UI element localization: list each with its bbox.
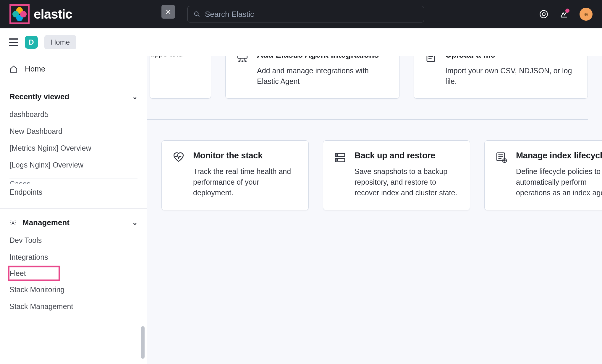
- svg-point-16: [337, 155, 338, 156]
- svg-point-3: [542, 13, 545, 16]
- sidebar-item-stack-management[interactable]: Stack Management: [9, 298, 137, 315]
- heartbeat-icon: [172, 151, 185, 164]
- sidebar-section-management: Management ⌄ Dev Tools Integrations Flee…: [0, 208, 147, 317]
- sidebar-home-label: Home: [25, 64, 45, 74]
- sidebar-item-home[interactable]: Home: [0, 56, 147, 82]
- scrollbar-thumb[interactable]: [141, 326, 145, 359]
- logo-highlight: [9, 4, 30, 24]
- svg-point-8: [242, 61, 243, 62]
- nav-drawer: Home Recently viewed ⌄ dashboard5 New Da…: [0, 56, 147, 364]
- card-backup-restore[interactable]: Back up and restore Save snapshots to a …: [323, 140, 470, 210]
- svg-rect-10: [427, 56, 435, 61]
- management-label: Management: [22, 218, 69, 227]
- chevron-down-icon: ⌄: [132, 219, 137, 227]
- management-header[interactable]: Management ⌄: [9, 215, 137, 232]
- sidebar-item-cases[interactable]: Cases: [9, 176, 137, 184]
- file-icon: [425, 56, 437, 63]
- card-desc: Save snapshots to a backup repository, a…: [355, 166, 459, 198]
- home-icon: [9, 65, 18, 73]
- card-index-lifecycle[interactable]: Manage index lifecycles Define lifecycle…: [484, 140, 602, 210]
- card-row-management: Monitor the stack Track the real-time he…: [161, 140, 588, 210]
- svg-point-26: [12, 222, 14, 224]
- sidebar-item-dev-tools[interactable]: Dev Tools: [9, 232, 137, 249]
- search-wrap: Search Elastic: [72, 6, 539, 22]
- partial-text: apps and: [150, 56, 183, 58]
- card-desc: Import your own CSV, NDJSON, or log file…: [445, 65, 577, 87]
- svg-point-23: [504, 160, 505, 161]
- sidebar-section-recent: Recently viewed ⌄ dashboard5 New Dashboa…: [0, 82, 147, 203]
- recently-viewed-header[interactable]: Recently viewed ⌄: [9, 89, 137, 106]
- card-desc: Define lifecycle policies to automatical…: [516, 166, 602, 198]
- svg-point-7: [239, 61, 240, 62]
- gear-icon: [9, 219, 17, 226]
- card-title: Add Elastic Agent integrations: [257, 56, 389, 61]
- recently-viewed-label: Recently viewed: [9, 92, 69, 101]
- space-badge[interactable]: D: [25, 36, 38, 49]
- recent-item[interactable]: dashboard5: [9, 106, 137, 123]
- recent-item[interactable]: [Logs Nginx] Overview: [9, 157, 137, 173]
- svg-rect-4: [238, 56, 247, 58]
- svg-point-2: [540, 11, 548, 18]
- svg-point-0: [195, 12, 198, 16]
- agent-icon: [236, 56, 249, 63]
- breadcrumb-home[interactable]: Home: [44, 35, 76, 49]
- sidebar-item-endpoints[interactable]: Endpoints: [9, 184, 137, 201]
- card-title: Monitor the stack: [193, 150, 298, 161]
- index-gear-icon: [495, 151, 508, 164]
- top-header: elastic Search Elastic e: [0, 0, 602, 28]
- card-title: Upload a file: [445, 56, 577, 61]
- sidebar-item-integrations[interactable]: Integrations: [9, 249, 137, 266]
- card-title: Manage index lifecycles: [516, 150, 602, 161]
- user-avatar[interactable]: e: [580, 8, 593, 21]
- notification-dot: [565, 9, 569, 13]
- newsfeed-icon[interactable]: [559, 10, 568, 19]
- brand-text: elastic: [34, 7, 72, 22]
- header-actions: e: [539, 8, 593, 21]
- card-desc: Add and manage integrations with Elastic…: [257, 65, 389, 87]
- nav-toggle-button[interactable]: [9, 38, 18, 46]
- recent-item[interactable]: [Metrics Nginx] Overview: [9, 140, 137, 157]
- card-title: Back up and restore: [355, 150, 459, 161]
- storage-icon: [334, 151, 346, 164]
- elastic-logo-icon[interactable]: [12, 7, 27, 21]
- svg-point-17: [337, 160, 338, 161]
- card-add-agent[interactable]: Add Elastic Agent integrations Add and m…: [225, 56, 399, 99]
- help-icon[interactable]: [539, 10, 548, 19]
- chevron-down-icon: ⌄: [132, 93, 137, 101]
- breadcrumb-bar: D Home: [0, 28, 602, 56]
- logo-area: elastic: [9, 4, 72, 24]
- card-partial[interactable]: apps and: [150, 56, 211, 99]
- recent-item[interactable]: New Dashboard: [9, 123, 137, 140]
- sidebar-item-stack-monitoring[interactable]: Stack Monitoring: [9, 281, 137, 298]
- search-placeholder: Search Elastic: [205, 10, 254, 19]
- close-drawer-button[interactable]: [161, 5, 175, 19]
- svg-point-9: [245, 61, 246, 62]
- sidebar-item-fleet[interactable]: Fleet: [9, 269, 26, 277]
- fleet-highlight: Fleet: [9, 266, 137, 281]
- card-upload-file[interactable]: Upload a file Import your own CSV, NDJSO…: [414, 56, 588, 99]
- card-monitor-stack[interactable]: Monitor the stack Track the real-time he…: [161, 140, 309, 210]
- search-icon: [194, 11, 200, 17]
- card-desc: Track the real-time health and performan…: [193, 166, 298, 198]
- search-input[interactable]: Search Elastic: [187, 6, 424, 22]
- svg-line-1: [198, 15, 200, 17]
- close-icon: [165, 9, 171, 15]
